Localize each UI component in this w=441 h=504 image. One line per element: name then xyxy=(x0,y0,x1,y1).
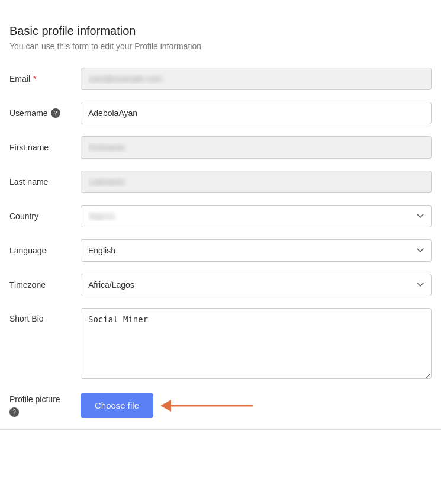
firstname-row: First name xyxy=(9,136,432,159)
profile-picture-help-icon[interactable]: ? xyxy=(9,407,19,417)
choose-file-button[interactable]: Choose file xyxy=(81,393,153,418)
shortbio-textarea[interactable]: Social Miner xyxy=(81,308,432,379)
country-field-container: Nigeria Nigeria Ghana United States Unit… xyxy=(81,205,432,227)
username-row: Username ? xyxy=(9,102,432,124)
email-input[interactable] xyxy=(81,68,432,90)
firstname-label: First name xyxy=(9,143,81,152)
username-input[interactable] xyxy=(81,102,432,124)
shortbio-label: Short Bio xyxy=(9,308,81,323)
email-label: Email * xyxy=(9,74,81,84)
page-title: Basic profile information xyxy=(9,24,432,38)
language-field-container: English French Spanish Portuguese xyxy=(81,239,432,262)
username-field-container xyxy=(81,102,432,124)
language-select[interactable]: English French Spanish Portuguese xyxy=(81,239,432,262)
firstname-field-container xyxy=(81,136,432,159)
profile-picture-label: Profile picture ? xyxy=(9,394,81,417)
country-select[interactable]: Nigeria Nigeria Ghana United States Unit… xyxy=(81,205,432,227)
timezone-label: Timezone xyxy=(9,280,81,290)
lastname-field-container xyxy=(81,171,432,193)
username-help-icon[interactable]: ? xyxy=(51,108,60,118)
email-field-container xyxy=(81,68,432,90)
country-row: Country Nigeria Nigeria Ghana United Sta… xyxy=(9,205,432,227)
lastname-label: Last name xyxy=(9,177,81,187)
svg-marker-1 xyxy=(160,400,171,412)
timezone-field-container: Africa/Lagos UTC America/New_York Europe… xyxy=(81,274,432,296)
lastname-input[interactable] xyxy=(81,171,432,193)
required-indicator: * xyxy=(33,74,36,84)
country-label: Country xyxy=(9,211,81,221)
timezone-row: Timezone Africa/Lagos UTC America/New_Yo… xyxy=(9,274,432,296)
arrow-indicator xyxy=(160,394,255,418)
timezone-select[interactable]: Africa/Lagos UTC America/New_York Europe… xyxy=(81,274,432,296)
username-label: Username ? xyxy=(9,108,81,118)
firstname-input[interactable] xyxy=(81,136,432,159)
language-label: Language xyxy=(9,246,81,255)
email-row: Email * xyxy=(9,68,432,90)
profile-picture-row: Profile picture ? Choose file xyxy=(9,393,432,418)
page-subtitle: You can use this form to edit your Profi… xyxy=(9,41,432,51)
lastname-row: Last name xyxy=(9,171,432,193)
language-row: Language English French Spanish Portugue… xyxy=(9,239,432,262)
shortbio-row: Short Bio Social Miner xyxy=(9,308,432,381)
shortbio-field-container: Social Miner xyxy=(81,308,432,381)
